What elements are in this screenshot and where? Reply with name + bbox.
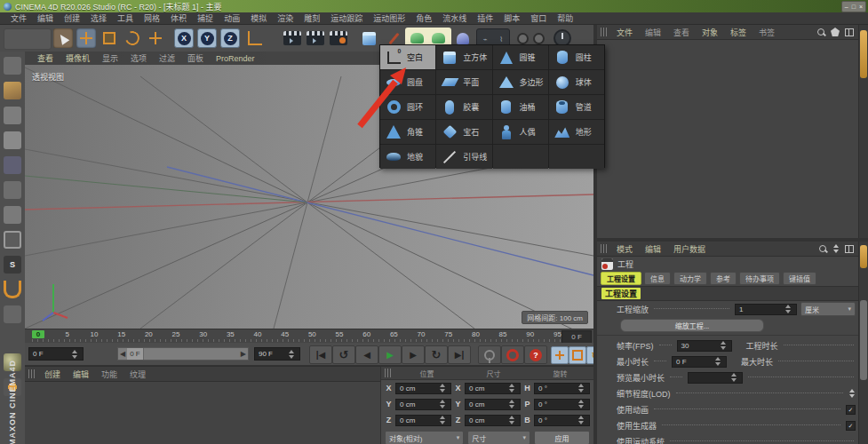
enable-axis-icon[interactable] — [4, 231, 21, 249]
viewport-menu-view[interactable]: 查看 — [32, 52, 59, 64]
timeline-scrubber[interactable]: ◀ 0 F ▶ — [117, 347, 249, 361]
use-generators-checkbox[interactable]: ✓ — [846, 421, 856, 431]
tab-referencing[interactable]: 参考 — [710, 272, 737, 285]
close-icon[interactable]: × — [859, 2, 863, 12]
material-menu-texture[interactable]: 纹理 — [124, 369, 151, 380]
scrollbar-thumb[interactable] — [860, 300, 867, 380]
menu-item-mograph[interactable]: 运动图形 — [368, 12, 410, 24]
menu-item-window[interactable]: 窗口 — [525, 12, 552, 24]
lod-spinner[interactable] — [848, 389, 856, 398]
menu-item-figure[interactable]: 人偶 — [493, 120, 548, 144]
attribute-manager-scrollbar[interactable] — [858, 242, 868, 444]
scale-project-button[interactable]: 缩放工程... — [620, 319, 764, 332]
live-selection-icon[interactable] — [53, 28, 73, 48]
menu-item-character[interactable]: 角色 — [410, 12, 437, 24]
snap-magnet-icon[interactable] — [4, 281, 21, 298]
viewport-menu-cameras[interactable]: 摄像机 — [60, 52, 95, 64]
coord-mode-dropdown[interactable]: 对象(相对)▾ — [385, 431, 464, 444]
lock-y-button[interactable]: Y — [197, 28, 217, 48]
record-key-icon[interactable] — [478, 345, 501, 364]
menu-item-file[interactable]: 文件 — [5, 12, 32, 24]
layout-icon[interactable] — [845, 245, 854, 253]
current-frame-field[interactable]: 0 F — [28, 347, 84, 361]
menu-item-help[interactable]: 帮助 — [552, 12, 578, 24]
menu-item-plane[interactable]: 平面 — [436, 70, 491, 94]
layout-icon[interactable] — [845, 28, 854, 36]
tab-info[interactable]: 信息 — [644, 272, 671, 285]
min-time-field[interactable]: 0 F — [672, 356, 727, 368]
scrubber-thumb[interactable]: 0 F — [127, 348, 144, 360]
menu-item-cone[interactable]: 圆锥 — [493, 45, 548, 69]
scrollbar-thumb[interactable] — [860, 30, 867, 78]
scrollbar-thumb[interactable] — [860, 245, 867, 268]
use-animation-checkbox[interactable]: ✓ — [846, 405, 856, 415]
previous-frame-button[interactable]: ◀ — [355, 345, 378, 364]
rotation-h-field[interactable]: 0 ° — [534, 383, 590, 394]
menu-item-cylinder[interactable]: 圆柱 — [549, 45, 604, 69]
go-to-end-button[interactable]: ▶| — [448, 345, 471, 364]
timeline-ruler[interactable]: 0 5 10 15 20 25 30 35 40 45 50 55 60 65 … — [25, 329, 593, 343]
render-settings-icon[interactable] — [329, 28, 348, 48]
viewport-menu-display[interactable]: 显示 — [97, 52, 123, 64]
panel-grip-icon[interactable] — [601, 244, 607, 253]
menu-item-landscape[interactable]: 地形 — [549, 120, 604, 144]
menu-item-pipeline[interactable]: 流水线 — [437, 12, 472, 24]
material-menu-edit[interactable]: 编辑 — [68, 369, 94, 380]
om-menu-file[interactable]: 文件 — [611, 27, 638, 38]
next-frame-button[interactable]: ▶ — [402, 345, 425, 364]
project-scale-field[interactable]: 1 — [735, 304, 797, 315]
edges-mode-icon[interactable] — [4, 181, 21, 199]
key-position-toggle[interactable] — [551, 346, 569, 364]
tab-dynamics[interactable]: 动力学 — [673, 272, 707, 285]
project-row[interactable]: 工程 — [597, 257, 868, 271]
menu-item-simulate[interactable]: 模拟 — [245, 12, 272, 24]
search-icon[interactable] — [819, 245, 827, 253]
menu-item-platonic[interactable]: 宝石 — [436, 120, 491, 144]
menu-item-oiltank[interactable]: 油桶 — [493, 95, 548, 119]
render-view-icon[interactable] — [283, 28, 302, 48]
viewport-menu-prorender[interactable]: ProRender — [211, 54, 260, 63]
om-menu-tags[interactable]: 标签 — [725, 27, 752, 38]
material-menu-function[interactable]: 功能 — [96, 369, 123, 380]
search-icon[interactable] — [817, 28, 825, 36]
apply-button[interactable]: 应用 — [534, 431, 590, 444]
add-primitive-cube-icon[interactable] — [359, 28, 378, 48]
menu-item-tube[interactable]: 管道 — [549, 95, 604, 119]
make-editable-icon[interactable] — [4, 57, 21, 75]
viewport-menu-panel[interactable]: 面板 — [182, 52, 209, 64]
menu-item-sphere[interactable]: 球体 — [549, 70, 604, 94]
tab-key-interpolation[interactable]: 键插值 — [783, 272, 816, 285]
menu-item-tools[interactable]: 工具 — [112, 12, 139, 24]
position-x-field[interactable]: 0 cm — [395, 383, 451, 394]
home-icon[interactable] — [831, 28, 840, 36]
size-x-field[interactable]: 0 cm — [465, 383, 521, 394]
maximize-icon[interactable]: □ — [852, 2, 856, 12]
panel-grip-icon[interactable] — [601, 28, 607, 36]
panel-grip-icon[interactable] — [28, 369, 35, 378]
duration-field[interactable]: 90 F — [254, 347, 300, 361]
fps-field[interactable]: 30 — [677, 340, 732, 352]
menu-item-mesh[interactable]: 网格 — [139, 12, 165, 24]
panel-grip-icon[interactable] — [385, 369, 391, 377]
rotate-tool-icon[interactable] — [123, 28, 142, 48]
scale-tool-icon[interactable] — [100, 28, 119, 48]
texture-mode-icon[interactable] — [4, 107, 21, 124]
timeline-playhead[interactable]: 0 — [32, 330, 44, 338]
position-y-field[interactable]: 0 cm — [395, 399, 451, 410]
menu-item-render[interactable]: 渲染 — [272, 12, 299, 24]
om-menu-bookmarks[interactable]: 书签 — [753, 27, 780, 38]
menu-item-select[interactable]: 选择 — [85, 12, 112, 24]
menu-item-plugins[interactable]: 插件 — [472, 12, 498, 24]
am-menu-edit[interactable]: 编辑 — [640, 243, 666, 255]
move-tool-icon[interactable] — [76, 28, 96, 48]
lock-icon[interactable] — [4, 305, 21, 323]
menu-item-snap[interactable]: 捕捉 — [192, 12, 219, 24]
size-z-field[interactable]: 0 cm — [465, 415, 521, 426]
tab-todo[interactable]: 待办事项 — [739, 272, 780, 285]
minimize-icon[interactable]: – — [845, 2, 848, 12]
lock-x-button[interactable]: X — [174, 28, 194, 48]
play-button[interactable]: ▶ — [378, 345, 402, 364]
menu-item-guide[interactable]: 引导线 — [436, 145, 491, 169]
material-menu-create[interactable]: 创建 — [39, 369, 66, 380]
duration-spinner[interactable] — [288, 348, 296, 361]
